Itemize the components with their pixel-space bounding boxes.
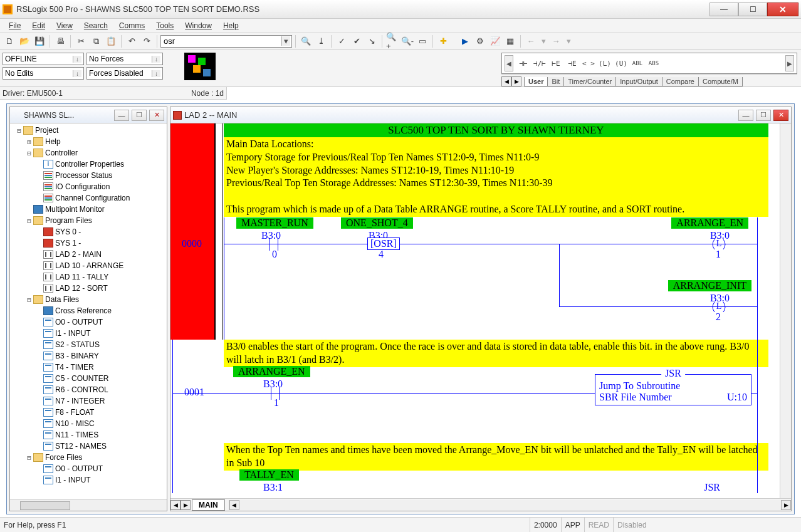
palette-tab-compute[interactable]: Compute/M	[698, 77, 743, 86]
tree-node[interactable]: B3 - BINARY	[11, 350, 165, 362]
tree-node[interactable]: O0 - OUTPUT	[11, 463, 165, 474]
tool-c-button[interactable]: ▦	[503, 34, 517, 48]
tree-twisty[interactable]: ⊟	[25, 454, 33, 462]
menu-edit[interactable]: Edit	[27, 20, 50, 31]
tree-node[interactable]: Processor Status	[11, 170, 165, 181]
menu-view[interactable]: View	[51, 20, 78, 31]
run-button[interactable]: ▶	[458, 34, 472, 48]
ladder-maximize-button[interactable]: ☐	[756, 110, 771, 121]
forces-status-combo[interactable]: No Forces↓	[86, 53, 163, 65]
palette-item-ote[interactable]: ⊢E	[550, 60, 562, 68]
ladder-h-scrollbar[interactable]: ◀▶	[229, 500, 791, 510]
palette-tab-compare[interactable]: Compare	[662, 77, 699, 86]
forward-menu-button[interactable]: ▾	[564, 34, 573, 48]
tree-node[interactable]: T4 - TIMER	[11, 362, 165, 373]
menu-help[interactable]: Help	[218, 20, 244, 31]
tree-node[interactable]: SYS 1 -	[11, 237, 165, 249]
redo-button[interactable]: ↷	[140, 34, 154, 48]
ladder-minimize-button[interactable]: —	[738, 110, 753, 121]
tree-maximize-button[interactable]: ☐	[132, 110, 147, 121]
palette-tab-next[interactable]: ▶	[511, 76, 521, 86]
print-button[interactable]: 🖶	[53, 34, 67, 48]
tree-close-button[interactable]: ✕	[149, 110, 164, 121]
tree-twisty[interactable]: ⊞	[25, 138, 33, 146]
palette-item-xio[interactable]: ⊣/⊢	[533, 60, 546, 68]
tree-node[interactable]: ⊟Force Files	[11, 452, 165, 463]
tree-node[interactable]: ⊟Project	[11, 125, 165, 136]
tree-twisty[interactable]: ⊟	[25, 149, 33, 157]
add-button[interactable]: ✚	[436, 34, 450, 48]
tree-node[interactable]: LAD 11 - TALLY	[11, 271, 165, 283]
rung-1[interactable]: 0001 B3/0 enables the start of the progr…	[170, 340, 780, 443]
palette-tab-bit[interactable]: Bit	[547, 77, 564, 86]
menu-search[interactable]: Search	[79, 20, 113, 31]
find-button[interactable]: 🔍	[299, 34, 313, 48]
search-combo[interactable]: osr ▾	[160, 35, 292, 48]
find-next-button[interactable]: ⤓	[314, 34, 328, 48]
online-status-combo[interactable]: OFFLINE↓	[3, 53, 84, 65]
forces-enabled-combo[interactable]: Forces Disabled↓	[86, 67, 163, 80]
verify-file-button[interactable]: ✔	[350, 34, 364, 48]
tree-node[interactable]: LAD 2 - MAIN	[11, 249, 165, 260]
osr-instruction[interactable]: [OSR]	[367, 237, 400, 250]
tree-node[interactable]: R6 - CONTROL	[11, 384, 165, 395]
tree-node[interactable]: ⊟Program Files	[11, 215, 165, 226]
ladder-tab-next[interactable]: ▶	[181, 500, 191, 510]
new-button[interactable]: 🗋	[3, 34, 16, 48]
cut-button[interactable]: ✂	[74, 34, 88, 48]
ladder-tab-prev[interactable]: ◀	[170, 500, 181, 510]
tree-node[interactable]: Channel Configuration	[11, 192, 165, 204]
edits-status-combo[interactable]: No Edits↓	[3, 67, 84, 80]
tree-node[interactable]: ⊟Data Files	[11, 294, 165, 305]
tree-twisty[interactable]: ⊟	[15, 127, 23, 135]
palette-item-abl[interactable]: ABL	[631, 60, 644, 66]
palette-scroll-right[interactable]: ▶	[785, 55, 794, 71]
copy-button[interactable]: ⧉	[89, 34, 103, 48]
tree-twisty[interactable]: ⊟	[25, 296, 33, 304]
tree-node[interactable]: iController Properties	[11, 159, 165, 170]
palette-item-branch[interactable]: < >	[582, 60, 595, 68]
maximize-button[interactable]: ☐	[738, 3, 767, 16]
tree-node[interactable]: I1 - INPUT	[11, 328, 165, 339]
zoom-in-button[interactable]: 🔍+	[385, 34, 399, 48]
tool-a-button[interactable]: ⚙	[473, 34, 487, 48]
ladder-canvas[interactable]: 0000 SLC500 TOP TEN SORT BY SHAWN TIERNE…	[170, 123, 780, 498]
palette-item-unlatch[interactable]: (U)	[615, 60, 627, 68]
open-button[interactable]: 📂	[18, 34, 31, 48]
tree-node[interactable]: LAD 12 - SORT	[11, 283, 165, 294]
project-tree[interactable]: ⊟Project⊞Help⊟Controller iController Pro…	[10, 123, 167, 499]
palette-item-abs[interactable]: ABS	[647, 60, 660, 66]
tree-minimize-button[interactable]: —	[114, 110, 129, 121]
ladder-close-button[interactable]: ✕	[773, 110, 788, 121]
jsr-instruction[interactable]: JSR Jump To Subroutine SBR File NumberU:…	[595, 374, 751, 405]
forward-button[interactable]: →	[549, 34, 563, 48]
menu-file[interactable]: File	[4, 20, 26, 31]
tree-node[interactable]: O0 - OUTPUT	[11, 316, 165, 328]
tree-node[interactable]: C5 - COUNTER	[11, 373, 165, 384]
save-button[interactable]: 💾	[33, 34, 46, 48]
minimize-button[interactable]: —	[709, 3, 738, 16]
back-menu-button[interactable]: ▾	[539, 34, 548, 48]
window-button[interactable]: ▭	[416, 34, 429, 48]
back-button[interactable]: ←	[524, 34, 538, 48]
menu-window[interactable]: Window	[180, 20, 217, 31]
palette-tab-user[interactable]: User	[524, 77, 548, 86]
zoom-out-button[interactable]: 🔍-	[401, 34, 414, 48]
palette-item-latch[interactable]: (L)	[599, 60, 611, 68]
tree-node[interactable]: N11 - TIMES	[11, 429, 165, 441]
palette-tab-timer[interactable]: Timer/Counter	[563, 77, 616, 86]
tree-node[interactable]: ⊞Help	[11, 136, 165, 147]
rung-2[interactable]: When the Top Ten names and times have be…	[170, 443, 780, 493]
tree-node[interactable]: N10 - MISC	[11, 418, 165, 429]
tree-node[interactable]: ST12 - NAMES	[11, 441, 165, 452]
tree-node[interactable]: LAD 10 - ARRANGE	[11, 260, 165, 271]
paste-button[interactable]: 📋	[104, 34, 118, 48]
goto-button[interactable]: ↘	[365, 34, 379, 48]
tree-h-scrollbar[interactable]	[10, 499, 167, 511]
palette-item-xic[interactable]: ⊣⊢	[517, 60, 530, 68]
tree-node[interactable]: IO Configuration	[11, 181, 165, 192]
menu-tools[interactable]: Tools	[151, 20, 179, 31]
palette-tab-io[interactable]: Input/Output	[615, 77, 662, 86]
palette-scroll-left[interactable]: ◀	[505, 55, 513, 71]
verify-rung-button[interactable]: ✓	[335, 34, 348, 48]
